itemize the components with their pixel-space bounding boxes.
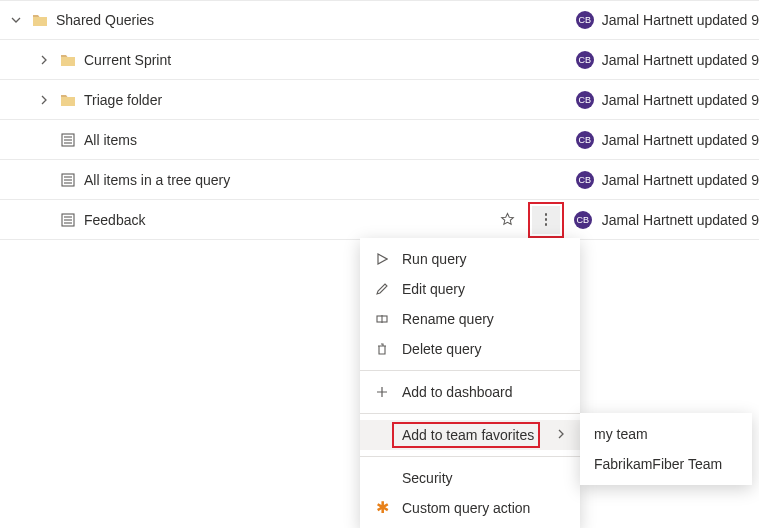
tree-row-shared-queries[interactable]: Shared Queries CB Jamal Hartnett updated…	[0, 0, 759, 40]
menu-item-label: Run query	[402, 251, 566, 267]
avatar: CB	[576, 51, 594, 69]
tree-row-all-items[interactable]: All items CB Jamal Hartnett updated 9	[0, 120, 759, 160]
chevron-right-icon[interactable]	[36, 92, 52, 108]
menu-item-label: my team	[594, 426, 738, 442]
modified-by-text: Jamal Hartnett updated 9	[602, 52, 759, 68]
modified-by-text: Jamal Hartnett updated 9	[602, 212, 759, 228]
menu-item-label: Add to dashboard	[402, 384, 566, 400]
tree-item-label: Shared Queries	[56, 12, 154, 28]
menu-item-label: Edit query	[402, 281, 566, 297]
play-icon	[374, 251, 390, 267]
menu-item-edit-query[interactable]: Edit query	[360, 274, 580, 304]
chevron-right-icon[interactable]	[36, 52, 52, 68]
menu-item-label: Add to team favorites	[402, 427, 544, 443]
modified-by-text: Jamal Hartnett updated 9	[602, 92, 759, 108]
menu-item-custom-query-action[interactable]: ✱ Custom query action	[360, 493, 580, 523]
team-favorites-submenu: my team FabrikamFiber Team	[580, 413, 752, 485]
plus-icon	[374, 384, 390, 400]
context-menu: Run query Edit query Rename query Delete…	[360, 238, 580, 528]
menu-item-run-query[interactable]: Run query	[360, 244, 580, 274]
modified-by-text: Jamal Hartnett updated 9	[602, 12, 759, 28]
rename-icon	[374, 311, 390, 327]
menu-separator	[360, 413, 580, 414]
submenu-item-fabrikamfiber-team[interactable]: FabrikamFiber Team	[580, 449, 752, 479]
star-icon: ✱	[374, 500, 390, 516]
modified-by-text: Jamal Hartnett updated 9	[602, 132, 759, 148]
query-icon	[60, 172, 76, 188]
avatar: CB	[576, 91, 594, 109]
menu-item-add-to-dashboard[interactable]: Add to dashboard	[360, 377, 580, 407]
blank-icon	[374, 427, 390, 443]
menu-item-delete-query[interactable]: Delete query	[360, 334, 580, 364]
trash-icon	[374, 341, 390, 357]
avatar: CB	[576, 171, 594, 189]
annotation-highlight	[528, 202, 564, 238]
folder-icon	[60, 92, 76, 108]
menu-item-security[interactable]: Security	[360, 463, 580, 493]
tree-item-label: Triage folder	[84, 92, 162, 108]
submenu-item-my-team[interactable]: my team	[580, 419, 752, 449]
kebab-icon	[545, 213, 548, 226]
query-icon	[60, 132, 76, 148]
tree-row-all-items-tree[interactable]: All items in a tree query CB Jamal Hartn…	[0, 160, 759, 200]
tree-item-label: All items	[84, 132, 137, 148]
modified-by-text: Jamal Hartnett updated 9	[602, 172, 759, 188]
blank-icon	[374, 470, 390, 486]
menu-separator	[360, 370, 580, 371]
avatar: CB	[574, 211, 592, 229]
menu-item-add-to-team-favorites[interactable]: Add to team favorites	[360, 420, 580, 450]
menu-item-label: Custom query action	[402, 500, 566, 516]
tree-item-label: Current Sprint	[84, 52, 171, 68]
menu-separator	[360, 456, 580, 457]
chevron-right-icon	[556, 429, 566, 441]
query-icon	[60, 212, 76, 228]
tree-item-label: All items in a tree query	[84, 172, 230, 188]
tree-row-triage-folder[interactable]: Triage folder CB Jamal Hartnett updated …	[0, 80, 759, 120]
favorite-star-icon[interactable]	[498, 210, 518, 230]
tree-item-label: Feedback	[84, 212, 145, 228]
folder-icon	[32, 12, 48, 28]
more-actions-button[interactable]	[532, 206, 560, 234]
menu-item-label: FabrikamFiber Team	[594, 456, 738, 472]
avatar: CB	[576, 131, 594, 149]
avatar: CB	[576, 11, 594, 29]
chevron-down-icon[interactable]	[8, 12, 24, 28]
tree-row-current-sprint[interactable]: Current Sprint CB Jamal Hartnett updated…	[0, 40, 759, 80]
menu-item-label: Security	[402, 470, 566, 486]
menu-item-rename-query[interactable]: Rename query	[360, 304, 580, 334]
folder-icon	[60, 52, 76, 68]
menu-item-label: Rename query	[402, 311, 566, 327]
query-tree: Shared Queries CB Jamal Hartnett updated…	[0, 0, 759, 240]
tree-row-feedback[interactable]: Feedback CB Jamal Hartnett updated 9	[0, 200, 759, 240]
pencil-icon	[374, 281, 390, 297]
menu-item-label: Delete query	[402, 341, 566, 357]
